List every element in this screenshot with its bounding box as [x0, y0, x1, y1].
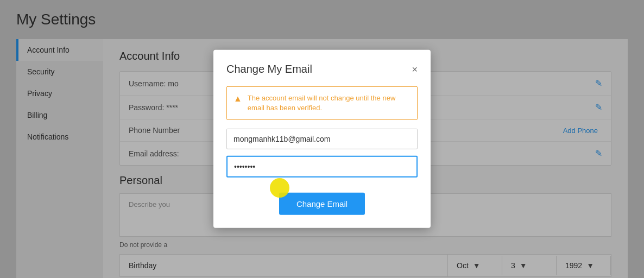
change-email-button[interactable]: Change Email	[279, 193, 365, 215]
change-email-modal: Change My Email × ▲ The account email wi…	[213, 50, 431, 228]
password-input[interactable]	[226, 156, 418, 178]
warning-box: ▲ The account email will not change unti…	[226, 86, 418, 120]
close-icon[interactable]: ×	[412, 64, 418, 74]
warning-triangle-icon: ▲	[233, 94, 242, 104]
warning-message: The account email will not change until …	[248, 93, 411, 113]
modal-title: Change My Email	[226, 63, 312, 75]
email-input[interactable]	[226, 129, 418, 149]
modal-header: Change My Email ×	[226, 63, 418, 75]
